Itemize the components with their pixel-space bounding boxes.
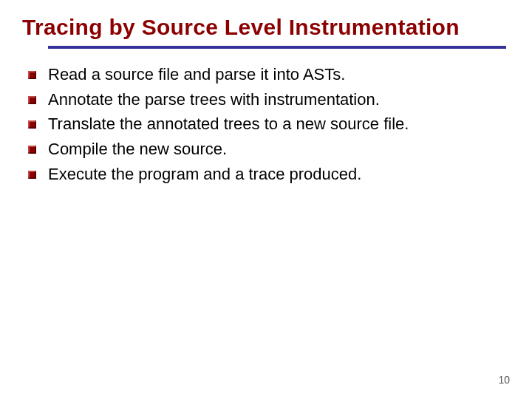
- bullet-text: Translate the annotated trees to a new s…: [48, 113, 510, 135]
- slide-container: Tracing by Source Level Instrumentation …: [0, 0, 532, 185]
- bullet-list: Read a source file and parse it into AST…: [22, 64, 510, 185]
- list-item: Compile the new source.: [28, 138, 510, 160]
- list-item: Execute the program and a trace produced…: [28, 163, 510, 185]
- bullet-icon: [28, 171, 36, 179]
- bullet-text: Read a source file and parse it into AST…: [48, 64, 510, 86]
- title-divider: [48, 46, 506, 49]
- slide-title: Tracing by Source Level Instrumentation: [22, 15, 510, 40]
- bullet-icon: [28, 96, 36, 104]
- list-item: Annotate the parse trees with instrument…: [28, 89, 510, 111]
- bullet-icon: [28, 146, 36, 154]
- list-item: Read a source file and parse it into AST…: [28, 64, 510, 86]
- bullet-text: Compile the new source.: [48, 138, 510, 160]
- bullet-text: Annotate the parse trees with instrument…: [48, 89, 510, 111]
- bullet-icon: [28, 71, 36, 79]
- bullet-icon: [28, 120, 36, 129]
- bullet-text: Execute the program and a trace produced…: [48, 163, 510, 185]
- list-item: Translate the annotated trees to a new s…: [28, 113, 510, 135]
- page-number: 10: [498, 374, 510, 386]
